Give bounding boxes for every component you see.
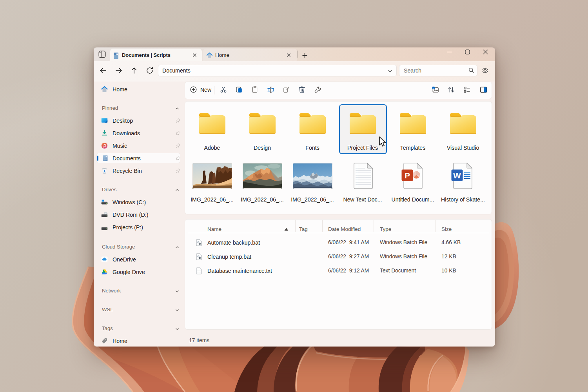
svg-text:P: P — [405, 171, 410, 180]
svg-text:W: W — [453, 171, 461, 180]
